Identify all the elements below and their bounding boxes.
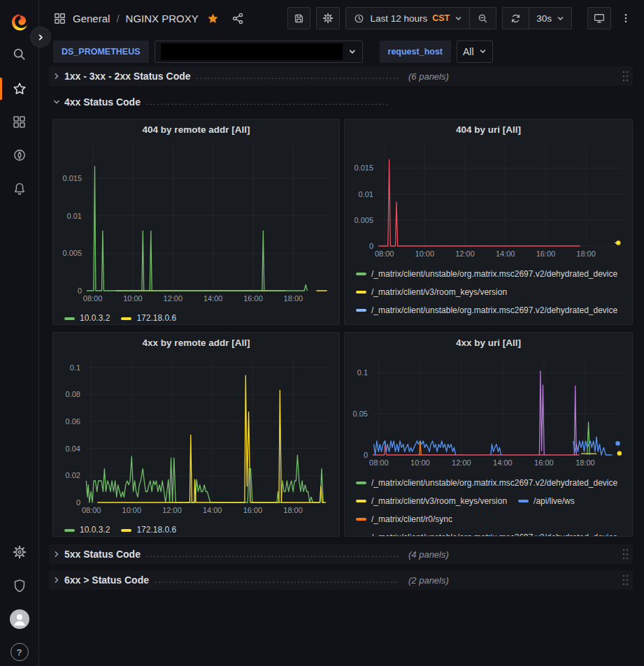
legend-swatch	[356, 518, 366, 521]
row-5xx-status-code[interactable]: 5xx Status Code ........................…	[49, 544, 633, 564]
row-drag-handle[interactable]	[622, 574, 629, 586]
legend-swatch	[356, 309, 366, 312]
favorite-star-icon[interactable]	[206, 12, 220, 25]
legend-label: /sw.js	[534, 319, 554, 325]
legend-item[interactable]: 172.18.0.6	[121, 310, 176, 325]
legend-item[interactable]: 10.0.3.2	[64, 310, 110, 325]
svg-text:0: 0	[364, 451, 368, 459]
legend-item[interactable]: /_matrix/client/unstable/org.matrix.msc2…	[356, 301, 617, 319]
row-dots-leader: ........................................…	[196, 71, 399, 81]
breadcrumb-separator: /	[116, 13, 119, 24]
refresh-interval-picker[interactable]: 30s	[529, 8, 571, 29]
timeseries-chart[interactable]: 08:0010:0012:0014:0016:0018:0000.0050.01…	[349, 139, 632, 263]
sidebar-expand-button[interactable]	[30, 27, 51, 48]
legend-item[interactable]: 172.18.0.6	[121, 521, 176, 537]
dashboard-settings-button[interactable]	[316, 7, 340, 29]
compass-icon	[12, 147, 27, 163]
svg-text:0: 0	[78, 287, 82, 295]
chevron-down-icon	[557, 15, 564, 22]
datasource-value-redacted	[161, 43, 343, 60]
row-title: 4xx Status Code	[64, 96, 141, 108]
legend-label: /_matrix/client/unstable/org.matrix.msc2…	[371, 528, 617, 537]
svg-text:16:00: 16:00	[243, 294, 263, 303]
timeseries-chart[interactable]: 08:0010:0012:0014:0016:0018:0000.0050.01…	[57, 139, 339, 308]
svg-text:12:00: 12:00	[455, 249, 475, 258]
gear-icon	[322, 12, 334, 24]
sidebar-item-configuration[interactable]	[0, 538, 38, 566]
time-range-label: Last 12 hours	[370, 13, 427, 24]
legend-swatch	[356, 500, 366, 502]
panel-title[interactable]: 4xx by uri [All]	[345, 333, 632, 352]
timeseries-chart[interactable]: 08:0010:0012:0014:0016:0018:0000.020.040…	[57, 352, 339, 520]
panel-legend: /_matrix/client/unstable/org.matrix.msc2…	[345, 472, 632, 537]
sidebar-item-starred[interactable]	[0, 75, 38, 103]
row-panel-count: (6 panels)	[408, 71, 449, 82]
sidebar-item-search[interactable]	[0, 41, 38, 68]
timeseries-chart[interactable]: 08:0010:0012:0014:0016:0018:0000.050.1	[349, 352, 632, 472]
svg-text:16:00: 16:00	[243, 506, 263, 514]
panel-title[interactable]: 4xx by remote addr [All]	[53, 333, 339, 352]
legend-swatch	[121, 317, 131, 320]
legend-item[interactable]: /_matrix/client/v3/room_keys/version	[356, 319, 507, 325]
sidebar-item-help[interactable]: ?	[0, 638, 38, 666]
panel-404-by-remote-addr: 404 by remote addr [All] 08:0010:0012:00…	[52, 119, 340, 325]
sidebar-item-explore[interactable]	[0, 141, 38, 169]
legend-item[interactable]: /_matrix/client/unstable/org.matrix.msc2…	[356, 474, 617, 492]
row-title: 5xx Status Code	[64, 549, 141, 560]
svg-text:18:00: 18:00	[576, 249, 596, 258]
legend-item[interactable]: 10.0.3.2	[64, 521, 110, 537]
datasource-variable-label: DS_PROMETHEUS	[53, 41, 149, 63]
timezone-label: CST	[432, 13, 450, 23]
datasource-variable-select[interactable]	[155, 41, 363, 63]
row-6xx-status-code[interactable]: 6xx > Status Code ......................…	[49, 570, 633, 590]
toolbar: Last 12 hours CST	[287, 7, 644, 29]
row-dots-leader: ........................................…	[146, 549, 399, 559]
legend-item[interactable]: /_matrix/client/unstable/org.matrix.msc2…	[356, 528, 617, 537]
chevron-right-icon	[49, 550, 64, 558]
more-options-button[interactable]	[617, 7, 635, 29]
sidebar-item-profile[interactable]	[0, 605, 38, 633]
refresh-group: 30s	[502, 7, 572, 29]
time-range-picker[interactable]: Last 12 hours CST	[346, 8, 469, 29]
refresh-button[interactable]	[503, 8, 529, 29]
legend-item[interactable]: /_matrix/client/unstable/org.matrix.msc2…	[356, 265, 617, 283]
svg-text:0: 0	[369, 242, 373, 250]
row-drag-handle[interactable]	[622, 548, 629, 560]
svg-text:16:00: 16:00	[534, 458, 554, 467]
row-1xx-3xx-2xx[interactable]: 1xx - 3xx - 2xx Status Code ............…	[49, 66, 633, 86]
request-host-variable-select[interactable]: All	[457, 41, 493, 63]
breadcrumb-folder[interactable]: General	[73, 13, 110, 24]
panel-title[interactable]: 404 by remote addr [All]	[53, 120, 339, 139]
legend-item[interactable]: /api/live/ws	[518, 492, 575, 510]
legend-swatch	[518, 500, 529, 502]
legend-item[interactable]: /_matrix/client/v3/room_keys/version	[356, 283, 507, 301]
legend-item[interactable]: /_matrix/client/r0/sync	[356, 510, 452, 528]
sidebar-item-alerting[interactable]	[0, 175, 38, 203]
zoom-out-time-button[interactable]	[469, 8, 496, 29]
row-dots-leader: ........................................…	[146, 96, 387, 107]
row-panel-count: (4 panels)	[408, 549, 449, 560]
sidebar-item-server-admin[interactable]	[0, 572, 38, 600]
dashboard-title[interactable]: NGINX PROXY	[126, 13, 199, 24]
cycle-view-mode-button[interactable]	[587, 7, 611, 29]
request-host-variable-label: request_host	[380, 41, 452, 63]
svg-text:10:00: 10:00	[410, 458, 430, 467]
legend-item[interactable]: /_matrix/client/v3/room_keys/version	[356, 492, 507, 510]
svg-text:14:00: 14:00	[493, 458, 513, 467]
save-dashboard-button[interactable]	[287, 7, 310, 29]
request-host-value: All	[463, 46, 474, 57]
grafana-app: ? General / NGINX PROXY	[0, 0, 644, 666]
row-title: 1xx - 3xx - 2xx Status Code	[64, 71, 191, 82]
row-drag-handle[interactable]	[622, 70, 629, 82]
svg-text:10:00: 10:00	[122, 506, 142, 514]
share-icon[interactable]	[231, 12, 245, 25]
search-icon	[12, 47, 27, 62]
row-4xx-status-code[interactable]: 4xx Status Code ........................…	[49, 92, 633, 112]
panel-title[interactable]: 404 by uri [All]	[345, 120, 632, 139]
svg-text:08:00: 08:00	[369, 458, 389, 467]
zoom-out-icon	[477, 13, 489, 24]
variables-bar: DS_PROMETHEUS request_host All	[39, 36, 644, 66]
sidebar-item-dashboards[interactable]	[0, 108, 38, 136]
chevron-right-icon	[37, 34, 45, 41]
legend-item[interactable]: /sw.js	[518, 319, 554, 325]
